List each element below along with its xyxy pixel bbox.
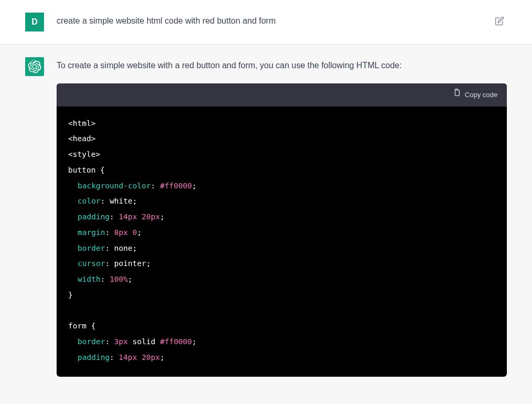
- css-value: pointer: [114, 259, 146, 268]
- css-value: #ff0000: [160, 337, 192, 346]
- clipboard-icon: [452, 89, 461, 101]
- css-value: 8px: [114, 228, 128, 237]
- css-prop: border: [78, 244, 105, 252]
- css-value: solid: [133, 337, 156, 346]
- css-value: #ff0000: [160, 182, 192, 190]
- css-value: 100%: [110, 275, 128, 283]
- assistant-avatar: [25, 57, 44, 76]
- copy-code-button[interactable]: Copy code: [452, 89, 497, 101]
- css-value: 0: [133, 228, 137, 237]
- css-prop: cursor: [78, 259, 105, 268]
- assistant-content: To create a simple website with a red bu…: [57, 57, 507, 377]
- assistant-intro-text: To create a simple website with a red bu…: [57, 58, 507, 73]
- code-line: }: [68, 291, 73, 299]
- css-prop: color: [78, 197, 101, 205]
- css-value: none: [114, 244, 133, 252]
- copy-code-label: Copy code: [465, 89, 497, 101]
- user-message: D create a simple website html code with…: [0, 0, 532, 45]
- css-prop: border: [78, 337, 105, 346]
- code-line: <style>: [68, 150, 100, 158]
- edit-icon[interactable]: [492, 14, 507, 28]
- code-block: Copy code <html> <head> <style> button {…: [57, 83, 507, 377]
- user-avatar-letter: D: [31, 17, 38, 27]
- css-value: 20px: [142, 212, 160, 221]
- css-prop: padding: [78, 212, 110, 221]
- css-value: 20px: [142, 353, 160, 362]
- user-avatar: D: [25, 13, 44, 31]
- css-prop: padding: [78, 353, 110, 362]
- code-line: <html>: [68, 119, 95, 127]
- code-body: <html> <head> <style> button { backgroun…: [57, 107, 507, 377]
- css-value: white: [110, 197, 133, 205]
- code-line: button {: [68, 166, 105, 174]
- css-prop: margin: [78, 228, 105, 237]
- code-block-header: Copy code: [57, 83, 507, 107]
- assistant-message: To create a simple website with a red bu…: [0, 45, 532, 389]
- css-value: 14px: [119, 212, 137, 221]
- user-prompt-text: create a simple website html code with r…: [57, 13, 480, 28]
- css-prop: width: [78, 275, 101, 283]
- code-line: form {: [68, 322, 95, 330]
- css-value: 14px: [119, 353, 137, 362]
- css-prop: background-color: [78, 182, 151, 190]
- css-value: 3px: [114, 337, 128, 346]
- code-line: <head>: [68, 134, 95, 143]
- svg-rect-0: [455, 90, 459, 96]
